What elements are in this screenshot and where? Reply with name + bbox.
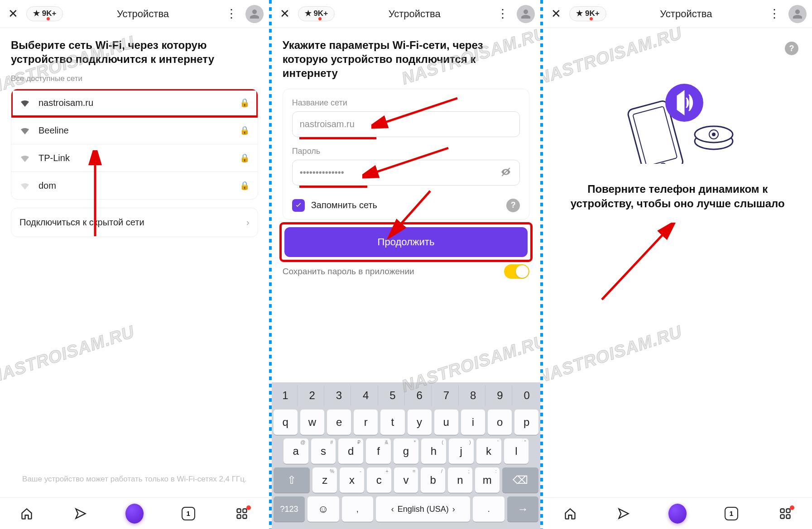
wifi-signal-icon	[19, 125, 30, 136]
nav-home-button[interactable]	[561, 505, 579, 523]
keyboard-number-row: 1234567890	[274, 385, 539, 406]
key-w[interactable]: w	[300, 410, 324, 435]
avatar[interactable]	[788, 5, 807, 23]
key-y[interactable]: y	[408, 410, 432, 435]
key-4[interactable]: 4	[354, 385, 378, 406]
key-symbols[interactable]: ?123	[274, 496, 305, 522]
menu-dots-icon[interactable]: ⋮	[223, 7, 240, 21]
key-2[interactable]: 2	[300, 385, 324, 406]
panel-point-phone: ✕ ★ 9K+ Устройства ⋮ ?	[543, 0, 812, 529]
key-spacebar[interactable]: ‹ English (USA) ›	[376, 496, 470, 522]
key-p[interactable]: p	[514, 410, 538, 435]
key-l[interactable]: l"	[504, 438, 529, 464]
svg-rect-18	[780, 509, 784, 512]
key-8[interactable]: 8	[461, 385, 485, 406]
person-icon	[520, 9, 531, 19]
key-x[interactable]: x-	[340, 467, 364, 493]
key-z[interactable]: z%	[312, 467, 337, 493]
panel3-instruction: Поверните телефон динамиком к устройству…	[557, 182, 798, 211]
key-shift[interactable]: ⇧	[274, 467, 310, 493]
menu-dots-icon[interactable]: ⋮	[766, 7, 783, 21]
key-emoji[interactable]: ☺	[308, 496, 339, 522]
save-password-row: Сохранить пароль в приложении	[283, 262, 530, 281]
nav-home-button[interactable]	[18, 505, 36, 523]
onscreen-keyboard: 1234567890 qwertyuiop a@s#d₽f&g*h(j)k'l"…	[272, 382, 541, 529]
help-icon[interactable]: ?	[506, 199, 520, 212]
wifi-name: TP-Link	[38, 153, 231, 163]
password-input[interactable]	[292, 160, 520, 186]
nav-alice-button[interactable]	[125, 505, 144, 523]
nav-send-button[interactable]	[615, 505, 633, 523]
key-enter[interactable]: →	[507, 496, 538, 522]
key-i[interactable]: i	[461, 410, 485, 435]
tab-count: 1	[725, 507, 738, 520]
menu-dots-icon[interactable]: ⋮	[494, 7, 511, 21]
svg-rect-19	[786, 509, 790, 512]
key-d[interactable]: d₽	[338, 438, 363, 464]
key-v[interactable]: v=	[394, 467, 418, 493]
key-k[interactable]: k'	[476, 438, 501, 464]
site-rating-chip[interactable]: ★ 9K+	[569, 6, 606, 21]
nav-apps-button[interactable]	[776, 505, 794, 523]
annotation-arrow-icon	[597, 223, 679, 304]
svg-rect-1	[237, 509, 241, 512]
ssid-input[interactable]	[292, 111, 520, 137]
key-5[interactable]: 5	[381, 385, 405, 406]
connect-hidden-network[interactable]: Подключиться к скрытой сети ›	[11, 208, 258, 237]
key-h[interactable]: h(	[421, 438, 446, 464]
site-rating-chip[interactable]: ★ 9K+	[298, 6, 335, 21]
browser-topbar: ✕ ★ 9K+ Устройства ⋮	[272, 0, 541, 28]
wifi-item-nastroisam[interactable]: nastroisam.ru 🔒	[11, 89, 258, 117]
nav-apps-button[interactable]	[233, 505, 251, 523]
key-r[interactable]: r	[354, 410, 378, 435]
key-q[interactable]: q	[274, 410, 298, 435]
key-n[interactable]: n;	[448, 467, 472, 493]
key-c[interactable]: c+	[367, 467, 391, 493]
wifi-item-tplink[interactable]: TP-Link 🔒	[11, 144, 258, 172]
wifi-item-dom[interactable]: dom 🔒	[11, 172, 258, 199]
key-comma[interactable]: ,	[342, 496, 373, 522]
key-u[interactable]: u	[434, 410, 458, 435]
site-rating-chip[interactable]: ★ 9K+	[26, 6, 63, 21]
help-icon[interactable]: ?	[785, 42, 798, 55]
key-7[interactable]: 7	[434, 385, 458, 406]
svg-rect-4	[243, 515, 247, 518]
wifi-signal-icon	[19, 153, 30, 163]
continue-button[interactable]: Продолжить	[284, 227, 528, 257]
key-t[interactable]: t	[380, 410, 404, 435]
key-6[interactable]: 6	[408, 385, 432, 406]
key-backspace[interactable]: ⌫	[502, 467, 539, 493]
key-0[interactable]: 0	[515, 385, 538, 406]
rating-text: ★ 9K+	[305, 9, 328, 18]
nav-alice-button[interactable]	[668, 505, 687, 523]
key-3[interactable]: 3	[327, 385, 351, 406]
key-f[interactable]: f&	[366, 438, 391, 464]
avatar[interactable]	[245, 5, 264, 23]
key-g[interactable]: g*	[394, 438, 418, 464]
send-icon	[617, 507, 630, 520]
nav-tabs-button[interactable]: 1	[179, 505, 197, 523]
wifi-name: dom	[38, 181, 231, 191]
close-icon[interactable]: ✕	[548, 7, 564, 21]
save-password-toggle[interactable]	[504, 264, 529, 279]
key-m[interactable]: m:	[475, 467, 500, 493]
key-b[interactable]: b/	[421, 467, 445, 493]
page-title: Устройства	[68, 8, 217, 20]
remember-checkbox[interactable]	[292, 199, 305, 212]
key-o[interactable]: o	[488, 410, 512, 435]
key-s[interactable]: s#	[311, 438, 336, 464]
nav-tabs-button[interactable]: 1	[722, 505, 740, 523]
key-1[interactable]: 1	[274, 385, 298, 406]
visibility-off-icon[interactable]	[500, 166, 512, 181]
nav-send-button[interactable]	[72, 505, 90, 523]
close-icon[interactable]: ✕	[277, 7, 293, 21]
wifi-name: Beeline	[38, 125, 231, 136]
key-9[interactable]: 9	[488, 385, 512, 406]
close-icon[interactable]: ✕	[5, 7, 21, 21]
wifi-item-beeline[interactable]: Beeline 🔒	[11, 117, 258, 144]
key-period[interactable]: .	[473, 496, 504, 522]
avatar[interactable]	[517, 5, 535, 23]
key-e[interactable]: e	[327, 410, 351, 435]
key-j[interactable]: j)	[449, 438, 474, 464]
key-a[interactable]: a@	[283, 438, 308, 464]
